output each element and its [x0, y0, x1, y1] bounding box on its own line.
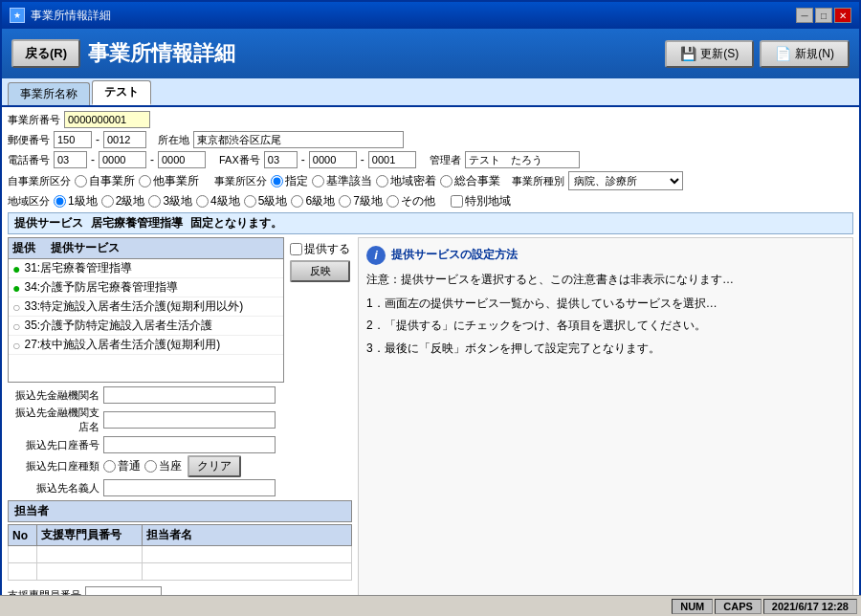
new-button[interactable]: 📄 新規(N) [760, 40, 850, 68]
tel3-input[interactable] [158, 151, 206, 168]
save-icon: 💾 [680, 46, 696, 61]
fax1-input[interactable] [264, 151, 298, 168]
chiiki-4[interactable]: 4級地 [196, 193, 240, 209]
chiiki-7[interactable]: 7級地 [339, 193, 383, 209]
kikan-input[interactable] [103, 386, 276, 404]
meigi-input[interactable] [103, 479, 276, 496]
jigyosho-row: 事業所番号 [8, 111, 853, 128]
maximize-button[interactable]: □ [815, 8, 832, 23]
provide-header: 提供 [12, 240, 51, 256]
list-item[interactable]: ● 31:居宅療養管理指導 [9, 259, 283, 278]
jijigyo-radio-self[interactable]: 自事業所 [75, 173, 135, 189]
table-row [9, 563, 352, 581]
bank-section: 振込先金融機関名 振込先金融機関支店名 振込先口座番号 振込先口座種類 普通 [8, 386, 352, 496]
tel1-input[interactable] [54, 151, 87, 168]
minimize-button[interactable]: ─ [796, 8, 813, 23]
provide-checkbox-label[interactable]: 提供する [290, 241, 350, 257]
chiiki-6[interactable]: 6級地 [291, 193, 335, 209]
jigyo-shurui-select[interactable]: 病院、診療所 [568, 171, 683, 190]
info-title: 提供サービスの設定方法 [391, 246, 518, 264]
jigyo-shurui-label: 事業所種別 [512, 174, 564, 188]
info-step1: 1．画面左の提供サービス一覧から、提供しているサービスを選択… [366, 295, 845, 313]
info-header: i 提供サービスの設定方法 [366, 246, 845, 265]
shozaichi-input[interactable] [193, 131, 404, 148]
toza-radio[interactable]: 当座 [144, 458, 182, 474]
info-icon: i [366, 246, 386, 265]
list-item[interactable]: ● 34:介護予防居宅療養管理指導 [9, 278, 283, 297]
dot-icon: ● [12, 280, 20, 296]
reflect-button[interactable]: 反映 [290, 260, 350, 282]
info-panel: i 提供サービスの設定方法 注意：提供サービスを選択すると、この注意書きは非表示… [358, 237, 853, 601]
chiiki-label: 地域区分 [8, 194, 50, 209]
fax3-input[interactable] [368, 151, 416, 168]
yubin2-input[interactable] [103, 131, 146, 148]
update-button[interactable]: 💾 更新(S) [665, 40, 754, 68]
tanto-header: 担当者 [8, 500, 352, 522]
header-bar: 戻る(R) 事業所情報詳細 💾 更新(S) 📄 新規(N) [2, 29, 859, 78]
tel-label: 電話番号 [8, 153, 50, 167]
chiiki-2[interactable]: 2級地 [101, 193, 145, 209]
new-icon: 📄 [775, 46, 791, 61]
page-title: 事業所情報詳細 [88, 39, 235, 68]
meigi-label: 振込先名義人 [8, 481, 103, 495]
futsu-radio[interactable]: 普通 [103, 458, 141, 474]
jigyosho-no-input[interactable] [64, 111, 150, 128]
tel2-input[interactable] [99, 151, 146, 168]
shiten-input[interactable] [103, 411, 276, 429]
two-panel: 提供 提供サービス ● 31:居宅療養管理指導 ● 34:介護予防居宅療養管理指… [8, 237, 853, 601]
kubun-radio-kijun[interactable]: 基準該当 [312, 173, 372, 189]
chiiki-1[interactable]: 1級地 [54, 193, 98, 209]
provide-checkbox[interactable] [290, 243, 302, 255]
app-icon: ★ [10, 8, 25, 23]
table-row [9, 546, 352, 563]
left-panel: 提供 提供サービス ● 31:居宅療養管理指導 ● 34:介護予防居宅療養管理指… [8, 237, 352, 601]
datetime-indicator: 2021/6/17 12:28 [763, 599, 857, 614]
info-step2: 2．「提供する」にチェックをつけ、各項目を選択してください。 [366, 317, 845, 335]
service-text: 31:居宅療養管理指導 [24, 260, 132, 276]
kikan-label: 振込先金融機関名 [8, 388, 103, 403]
clear-button[interactable]: クリア [188, 455, 241, 477]
list-item[interactable]: ○ 27:枝中施設入居者生活介護(短期利用) [9, 336, 283, 355]
back-button[interactable]: 戻る(R) [11, 39, 80, 68]
tabs-row: 事業所名称 テスト [2, 78, 859, 107]
service-buttons: 提供する 反映 [288, 237, 352, 286]
chiiki-row: 地域区分 1級地 2級地 3級地 4級地 5級地 6級地 7級地 その他 特別地… [8, 193, 853, 209]
meigi-row: 振込先名義人 [8, 479, 352, 496]
shiten-row: 振込先金融機関支店名 [8, 406, 352, 434]
koza-no-row: 振込先口座番号 [8, 436, 352, 453]
yubin1-input[interactable] [54, 131, 92, 148]
jijigyo-radio-other[interactable]: 他事業所 [139, 173, 199, 189]
chiiki-5[interactable]: 5級地 [244, 193, 288, 209]
service-text: 33:特定施設入居者生活介護(短期利用以外) [24, 298, 243, 315]
close-button[interactable]: ✕ [834, 8, 851, 23]
info-note: 注意：提供サービスを選択すると、この注意書きは非表示になります… [366, 271, 845, 289]
yubin-label: 郵便番号 [8, 133, 50, 147]
koza-no-label: 振込先口座番号 [8, 438, 103, 452]
col-no: No [9, 525, 37, 546]
koza-type-label: 振込先口座種類 [8, 459, 103, 473]
list-item[interactable]: ○ 33:特定施設入居者生活介護(短期利用以外) [9, 297, 283, 317]
chiiki-other[interactable]: その他 [386, 193, 435, 209]
koza-no-input[interactable] [103, 436, 276, 453]
kubun-radio-sogo[interactable]: 総合事業 [440, 173, 500, 189]
service-text: 34:介護予防居宅療養管理指導 [24, 279, 178, 296]
shiten-label: 振込先金融機関支店名 [8, 406, 103, 434]
list-item[interactable]: ○ 35:介護予防特定施設入居者生活介護 [9, 317, 283, 336]
kubun-radio-shitei[interactable]: 指定 [271, 173, 308, 189]
tab-test[interactable]: テスト [92, 80, 151, 105]
jigyosho-no-label: 事業所番号 [8, 113, 60, 127]
tokubetsu-check[interactable]: 特別地域 [451, 193, 511, 209]
kanrisha-input[interactable] [465, 151, 580, 168]
fax2-input[interactable] [309, 151, 357, 168]
kikan-row: 振込先金融機関名 [8, 386, 352, 404]
tab-jigyosho-name[interactable]: 事業所名称 [8, 82, 90, 105]
dot-icon: ○ [12, 338, 20, 353]
service-list[interactable]: ● 31:居宅療養管理指導 ● 34:介護予防居宅療養管理指導 ○ 33:特定施… [8, 258, 284, 383]
caps-indicator: CAPS [715, 599, 762, 614]
tanto-section: 担当者 No 支援専門員番号 担当者名 [8, 500, 352, 601]
service-text: 27:枝中施設入居者生活介護(短期利用) [24, 337, 220, 353]
tel-row: 電話番号 - - FAX番号 - - 管理者 [8, 151, 853, 168]
kubun-radio-chiiki[interactable]: 地域密着 [376, 173, 436, 189]
chiiki-3[interactable]: 3級地 [148, 193, 192, 209]
kanrisha-label: 管理者 [430, 153, 461, 167]
